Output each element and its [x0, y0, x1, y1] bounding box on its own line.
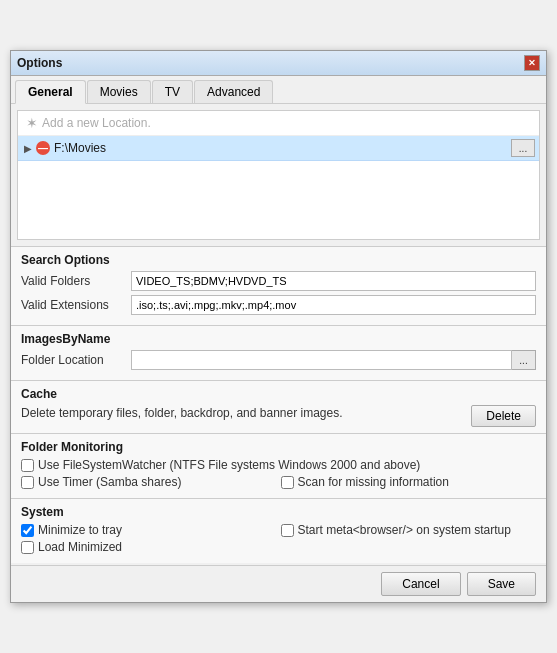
- add-location-label: Add a new Location.: [42, 116, 151, 130]
- add-location-row[interactable]: ✶ Add a new Location.: [18, 111, 539, 136]
- valid-extensions-input[interactable]: [131, 295, 536, 315]
- cache-delete-row: Delete temporary files, folder, backdrop…: [21, 405, 536, 427]
- folder-monitoring-checkboxes-row: Use Timer (Samba shares) Scan for missin…: [21, 475, 536, 492]
- load-minimized-checkbox[interactable]: [21, 541, 34, 554]
- title-bar: Options ✕: [11, 51, 546, 76]
- tab-movies[interactable]: Movies: [87, 80, 151, 103]
- scan-missing-checkbox[interactable]: [281, 476, 294, 489]
- options-window: Options ✕ General Movies TV Advanced ✶ A…: [10, 50, 547, 603]
- location-area: ✶ Add a new Location. ▶ — F:\Movies ...: [17, 110, 540, 240]
- star-icon: ✶: [26, 115, 38, 131]
- folder-monitoring-section: Folder Monitoring Use FileSystemWatcher …: [11, 434, 546, 498]
- folder-location-input-group: ...: [131, 350, 536, 370]
- minimize-tray-label: Minimize to tray: [38, 523, 122, 537]
- images-by-name-title: ImagesByName: [21, 332, 536, 346]
- valid-extensions-label: Valid Extensions: [21, 298, 131, 312]
- arrow-icon: ▶: [22, 142, 34, 154]
- images-by-name-section: ImagesByName Folder Location ...: [11, 326, 546, 380]
- system-right-col: Start meta<browser/> on system startup: [281, 523, 537, 540]
- title-bar-controls: ✕: [524, 55, 540, 71]
- load-minimized-row: Load Minimized: [21, 540, 536, 554]
- system-title: System: [21, 505, 536, 519]
- start-browser-checkbox[interactable]: [281, 524, 294, 537]
- system-checkboxes-row1: Minimize to tray Start meta<browser/> on…: [21, 523, 536, 540]
- location-browse-button[interactable]: ...: [511, 139, 535, 157]
- cache-title: Cache: [21, 387, 536, 401]
- valid-folders-label: Valid Folders: [21, 274, 131, 288]
- valid-folders-input[interactable]: [131, 271, 536, 291]
- timer-row: Use Timer (Samba shares): [21, 475, 277, 489]
- start-browser-row: Start meta<browser/> on system startup: [281, 523, 537, 537]
- search-options-section: Search Options Valid Folders Valid Exten…: [11, 247, 546, 325]
- save-button[interactable]: Save: [467, 572, 536, 596]
- tab-tv[interactable]: TV: [152, 80, 193, 103]
- cache-delete-button[interactable]: Delete: [471, 405, 536, 427]
- cancel-button[interactable]: Cancel: [381, 572, 460, 596]
- search-options-title: Search Options: [21, 253, 536, 267]
- tab-advanced[interactable]: Advanced: [194, 80, 273, 103]
- minimize-tray-row: Minimize to tray: [21, 523, 277, 537]
- remove-location-button[interactable]: —: [36, 141, 50, 155]
- location-path: F:\Movies: [54, 141, 511, 155]
- folder-location-label: Folder Location: [21, 353, 131, 367]
- tab-bar: General Movies TV Advanced: [11, 76, 546, 104]
- folder-location-row: Folder Location ...: [21, 350, 536, 370]
- bottom-bar: Cancel Save: [11, 565, 546, 602]
- scan-missing-row: Scan for missing information: [281, 475, 537, 489]
- use-timer-checkbox[interactable]: [21, 476, 34, 489]
- filesystem-watcher-label: Use FileSystemWatcher (NTFS File systems…: [38, 458, 420, 472]
- folder-monitoring-title: Folder Monitoring: [21, 440, 536, 454]
- folder-location-browse-button[interactable]: ...: [512, 350, 536, 370]
- start-browser-label: Start meta<browser/> on system startup: [298, 523, 511, 537]
- system-section: System Minimize to tray Start meta<brows…: [11, 499, 546, 563]
- cache-section: Cache Delete temporary files, folder, ba…: [11, 381, 546, 433]
- valid-folders-row: Valid Folders: [21, 271, 536, 291]
- cache-description: Delete temporary files, folder, backdrop…: [21, 406, 343, 420]
- minimize-tray-checkbox[interactable]: [21, 524, 34, 537]
- close-button[interactable]: ✕: [524, 55, 540, 71]
- filesystem-watcher-row: Use FileSystemWatcher (NTFS File systems…: [21, 458, 536, 472]
- scan-missing-label: Scan for missing information: [298, 475, 449, 489]
- folder-monitoring-left-col: Use Timer (Samba shares): [21, 475, 277, 492]
- system-left-col: Minimize to tray: [21, 523, 277, 540]
- tab-general[interactable]: General: [15, 80, 86, 104]
- filesystem-watcher-checkbox[interactable]: [21, 459, 34, 472]
- window-title: Options: [17, 56, 62, 70]
- folder-location-input[interactable]: [131, 350, 512, 370]
- valid-extensions-row: Valid Extensions: [21, 295, 536, 315]
- folder-monitoring-right-col: Scan for missing information: [281, 475, 537, 492]
- content-area: ✶ Add a new Location. ▶ — F:\Movies ... …: [11, 110, 546, 602]
- use-timer-label: Use Timer (Samba shares): [38, 475, 181, 489]
- load-minimized-label: Load Minimized: [38, 540, 122, 554]
- location-item: ▶ — F:\Movies ...: [18, 136, 539, 161]
